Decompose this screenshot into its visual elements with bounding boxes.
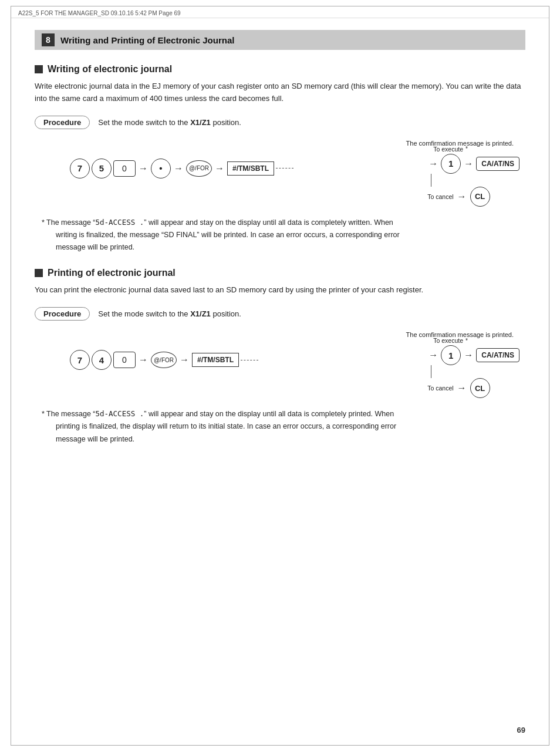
fn1-code: 5d-ACCESS . <box>95 218 144 227</box>
writing-proc-text2: position. <box>211 118 241 127</box>
p-vert-line <box>431 365 431 378</box>
writing-flow-diagram: The comfirmation message is printed. 7 5… <box>70 140 525 210</box>
writing-procedure-text: Set the mode switch to the X1/Z1 positio… <box>98 118 241 127</box>
p-arrow2: → <box>180 355 189 365</box>
pfn1-text2: ” will appear and stay on the display un… <box>144 410 394 418</box>
pfn1-code: 5d-ACCESS . <box>95 409 144 418</box>
printing-body: You can print the electronic journal dat… <box>35 284 525 296</box>
p-key-cl: CL <box>470 378 490 398</box>
asterisk1: * <box>465 146 468 152</box>
writing-subsection: Writing of electronic journal Write elec… <box>35 64 525 254</box>
arrow2: → <box>174 163 183 174</box>
writing-title: Writing of electronic journal <box>35 64 525 75</box>
fn1-text2: ” will appear and stay on the display un… <box>144 218 393 227</box>
section-title: Writing and Printing of Electronic Journ… <box>60 35 234 45</box>
printing-proc-text2: position. <box>211 309 241 318</box>
printing-footnote-line3: message will be printed. <box>42 433 525 446</box>
section-header: 8 Writing and Printing of Electronic Jou… <box>35 30 525 50</box>
writing-procedure-row: Procedure Set the mode switch to the X1/… <box>35 116 525 129</box>
cancel-flow: To cancel → CL <box>427 187 490 207</box>
key-sbtl: #/TM/SBTL <box>227 161 274 176</box>
p-cancel-flow: To cancel → CL <box>427 378 490 398</box>
arrow1: → <box>139 163 148 174</box>
p-key-1: 1 <box>441 345 461 365</box>
vert-line-write <box>431 174 431 187</box>
to-cancel-label: To cancel <box>427 193 453 200</box>
key-atfor: @/FOR <box>186 160 212 177</box>
writing-procedure-badge: Procedure <box>35 116 90 129</box>
page-content: 8 Writing and Printing of Electronic Jou… <box>11 18 549 483</box>
key-cl-write: CL <box>470 187 490 207</box>
arrow-caatns: → <box>464 159 473 169</box>
page-border: A22S_5 FOR THE MANAGER_SD 09.10.16 5:42 … <box>11 6 549 746</box>
writing-footnote: * The message “5d-ACCESS .” will appear … <box>35 216 525 254</box>
p-arrow-cancel: → <box>457 383 467 393</box>
key-5: 5 <box>92 159 112 178</box>
top-bar: A22S_5 FOR THE MANAGER_SD 09.10.16 5:42 … <box>11 6 549 18</box>
printing-flow-main: 7 4 0 → @/FOR → #/TM/SBTL <box>70 350 258 370</box>
arrow-cancel: → <box>457 191 467 202</box>
writing-proc-bold: X1/Z1 <box>190 118 211 127</box>
arrow3: → <box>215 163 224 174</box>
page-number: 69 <box>517 726 525 734</box>
fn1-text1: * The message “ <box>42 218 95 227</box>
printing-branch: To execute * → 1 → CA/AT/NS To cancel <box>427 337 519 398</box>
printing-footnote-line1: * The message “5d-ACCESS .” will appear … <box>42 407 525 420</box>
arrow-exec: → <box>429 159 438 169</box>
p-asterisk1: * <box>465 338 468 344</box>
to-execute-label: To execute <box>433 146 463 153</box>
printing-footnote-line2: printing is finalized, the display will … <box>42 420 525 433</box>
p-arrow-exec: → <box>429 350 438 360</box>
p-key-sbtl: #/TM/SBTL <box>192 353 239 367</box>
writing-footnote-line1: * The message “5d-ACCESS .” will appear … <box>42 216 525 229</box>
p-to-execute-row: To execute * <box>433 337 468 344</box>
printing-title: Printing of electronic journal <box>35 268 525 278</box>
printing-title-text: Printing of electronic journal <box>48 268 176 278</box>
key-caatns-write: CA/AT/NS <box>476 157 519 171</box>
section-number: 8 <box>42 33 55 46</box>
printing-proc-text1: Set the mode switch to the <box>98 309 190 318</box>
printing-procedure-row: Procedure Set the mode switch to the X1/… <box>35 307 525 321</box>
pfn1-text1: * The message “ <box>42 410 95 418</box>
writing-title-text: Writing of electronic journal <box>48 64 172 75</box>
printing-footnote: * The message “5d-ACCESS .” will appear … <box>35 407 525 446</box>
to-execute-row: To execute * <box>433 146 468 153</box>
printing-subsection: Printing of electronic journal You can p… <box>35 268 525 446</box>
printing-flow-diagram: The comfirmation message is printed. 7 4… <box>70 331 525 402</box>
p-to-execute-label: To execute <box>433 337 463 344</box>
p-key-0: 0 <box>113 352 136 368</box>
writing-branch: To execute * → 1 → CA/AT/NS To cancel <box>427 146 519 207</box>
key-1-write: 1 <box>441 154 461 174</box>
execute-flow: → 1 → CA/AT/NS <box>427 154 519 174</box>
printing-proc-bold: X1/Z1 <box>190 309 211 318</box>
writing-body: Write electronic journal data in the EJ … <box>35 80 525 105</box>
p-arrow-caatns: → <box>464 350 473 360</box>
printing-procedure-text: Set the mode switch to the X1/Z1 positio… <box>98 309 241 318</box>
p-key-4: 4 <box>92 350 112 370</box>
p-to-cancel-label: To cancel <box>427 385 453 392</box>
p-key-atfor: @/FOR <box>151 352 177 368</box>
p-arrow1: → <box>139 355 148 365</box>
writing-footnote-line3: message will be printed. <box>42 241 525 254</box>
writing-footnote-line2: writing is finalized, the message “SD FI… <box>42 229 525 241</box>
printing-procedure-badge: Procedure <box>35 307 90 321</box>
key-7: 7 <box>70 159 90 178</box>
key-0: 0 <box>113 160 136 177</box>
top-bar-text: A22S_5 FOR THE MANAGER_SD 09.10.16 5:42 … <box>18 10 181 16</box>
p-execute-flow: → 1 → CA/AT/NS <box>427 345 519 365</box>
writing-flow-main: 7 5 0 → • → @/FOR → #/TM/SBTL <box>70 159 294 178</box>
p-key-7: 7 <box>70 350 90 370</box>
key-dot: • <box>151 159 171 178</box>
p-dashed-line1 <box>241 360 258 360</box>
p-key-caatns: CA/AT/NS <box>476 348 519 362</box>
dashed-line1 <box>276 168 294 168</box>
writing-proc-text1: Set the mode switch to the <box>98 118 190 127</box>
